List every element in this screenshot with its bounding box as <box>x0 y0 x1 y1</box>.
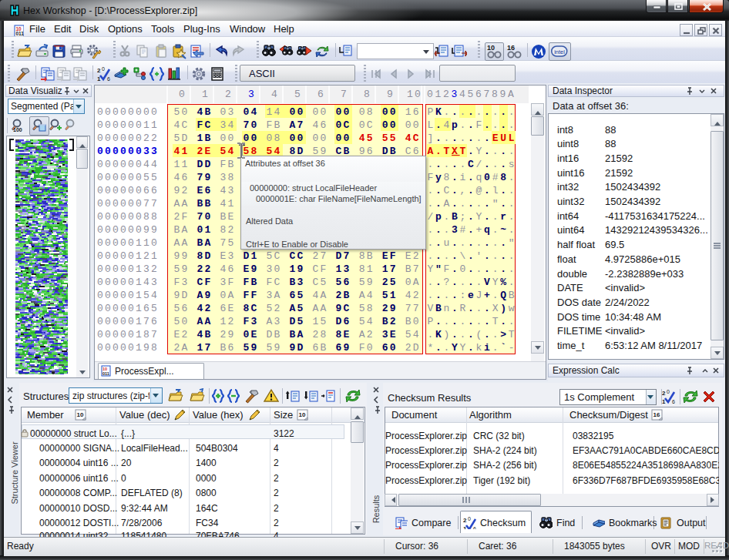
svg-text:2: 2 <box>662 390 666 397</box>
svg-text:16: 16 <box>653 411 660 418</box>
svg-text:10: 10 <box>299 411 306 418</box>
svg-text:6: 6 <box>473 526 476 529</box>
svg-text:intel: intel <box>554 49 565 55</box>
svg-text:10: 10 <box>487 44 495 52</box>
svg-text:0: 0 <box>667 389 670 394</box>
svg-text:10: 10 <box>77 411 84 418</box>
svg-text:0: 0 <box>468 516 471 521</box>
svg-text:011: 011 <box>102 371 109 376</box>
svg-text:6: 6 <box>107 76 110 82</box>
svg-text:16: 16 <box>507 44 515 52</box>
svg-text:2: 2 <box>463 517 467 524</box>
svg-text:011: 011 <box>16 31 25 36</box>
svg-text:6: 6 <box>672 399 675 404</box>
svg-text:0: 0 <box>102 66 105 72</box>
svg-text:100: 100 <box>13 127 22 132</box>
svg-text:2: 2 <box>97 67 101 74</box>
